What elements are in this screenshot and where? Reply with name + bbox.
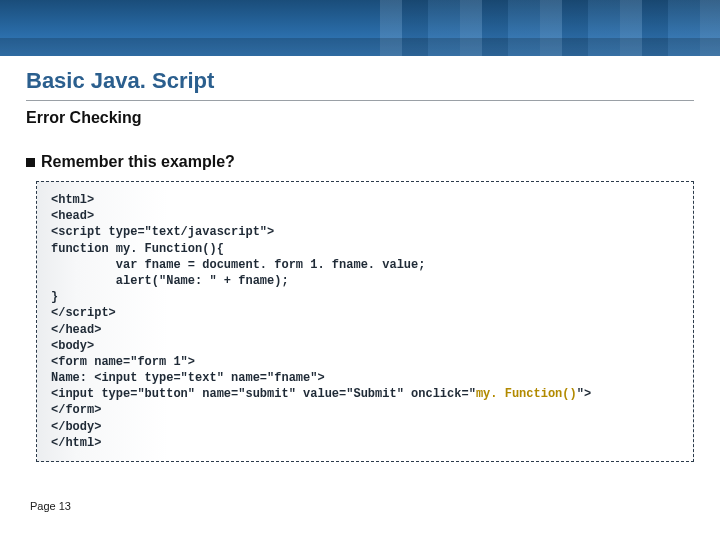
code-line: "> [577, 387, 591, 401]
code-line: <head> [51, 209, 94, 223]
code-line: </form> [51, 403, 101, 417]
bullet-item: Remember this example? [26, 153, 694, 171]
code-example-box: <html> <head> <script type="text/javascr… [36, 181, 694, 462]
code-line: </script> [51, 306, 116, 320]
page-number: Page 13 [30, 500, 71, 512]
code-line: Name: <input type="text" name="fname"> [51, 371, 325, 385]
code-line: <form name="form 1"> [51, 355, 195, 369]
code-line: </head> [51, 323, 101, 337]
code-highlight: my. Function() [476, 387, 577, 401]
title-divider [26, 100, 694, 101]
bullet-text: Remember this example? [41, 153, 235, 171]
bullet-square-icon [26, 158, 35, 167]
code-line: } [51, 290, 58, 304]
code-line: <input type="button" name="submit" value… [51, 387, 476, 401]
header-banner [0, 0, 720, 56]
slide-title: Basic Java. Script [26, 68, 694, 98]
code-line: <script type="text/javascript"> [51, 225, 274, 239]
code-line: </html> [51, 436, 101, 450]
code-line: var fname = document. form 1. fname. val… [51, 258, 425, 272]
code-line: </body> [51, 420, 101, 434]
code-line: <body> [51, 339, 94, 353]
code-line: function my. Function(){ [51, 242, 224, 256]
slide-content: Basic Java. Script Error Checking Rememb… [0, 56, 720, 462]
slide-subtitle: Error Checking [26, 109, 694, 127]
code-line: alert("Name: " + fname); [51, 274, 289, 288]
code-line: <html> [51, 193, 94, 207]
